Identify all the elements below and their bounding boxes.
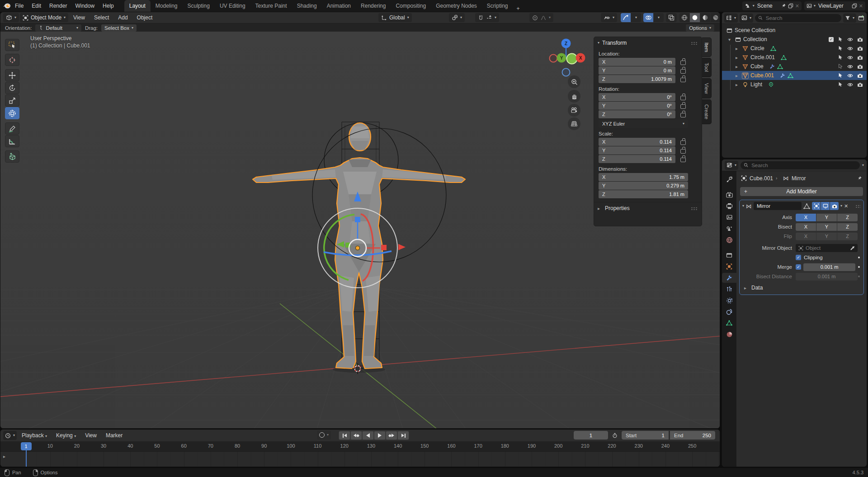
hide-render-icon[interactable] [857, 55, 863, 60]
tool-annotate[interactable] [5, 122, 19, 135]
viewlayer-name[interactable]: ViewLayer [817, 3, 850, 9]
hide-render-icon[interactable] [857, 46, 863, 51]
hide-viewport-icon[interactable] [847, 46, 853, 51]
tab-modeling[interactable]: Modeling [151, 0, 183, 12]
selectable-icon[interactable] [838, 46, 843, 51]
expand-icon[interactable]: ▸ [3, 454, 8, 459]
play-reverse-button[interactable] [363, 431, 373, 440]
tab-geometry-nodes[interactable]: Geometry Nodes [431, 0, 482, 12]
shading-solid-button[interactable] [690, 13, 700, 22]
outliner-row-collection[interactable]: ▾ Collection ✓ [722, 35, 867, 44]
tab-sculpting[interactable]: Sculpting [183, 0, 215, 12]
decorator-dot[interactable] [858, 276, 860, 277]
decorator-dot[interactable] [858, 266, 860, 268]
show-in-editmode-toggle[interactable] [812, 202, 821, 210]
pan-view-button[interactable] [568, 90, 580, 103]
expand-icon[interactable]: ▸ [736, 55, 740, 60]
axis-y-toggle[interactable]: Y [816, 214, 837, 221]
rotation-z-field[interactable]: Z0° [599, 110, 675, 118]
menu-object[interactable]: Object [133, 14, 157, 21]
lock-open-icon[interactable] [680, 104, 686, 109]
editor-type-button[interactable]: ▾ [3, 13, 19, 22]
collection-checkbox[interactable]: ✓ [829, 37, 834, 42]
tab-render-properties[interactable] [722, 190, 736, 200]
mode-selector[interactable]: Object Mode ▾ [20, 13, 68, 22]
axis-x-toggle[interactable]: X [796, 214, 816, 221]
viewlayer-selector[interactable]: ▾ ViewLayer ✕ [804, 1, 865, 10]
hide-render-icon[interactable] [857, 64, 863, 69]
remove-viewlayer-icon[interactable]: ✕ [859, 3, 863, 9]
transform-orientation-selector[interactable]: Global ▾ [378, 13, 412, 22]
selectable-icon[interactable] [838, 37, 843, 42]
camera-view-button[interactable] [568, 104, 580, 117]
collapse-icon[interactable]: ▾ [598, 41, 599, 45]
bisect-x-toggle[interactable]: X [796, 223, 816, 231]
tab-modifier-properties[interactable] [722, 273, 736, 283]
frame-end-field[interactable]: End250 [670, 431, 715, 440]
flip-z-toggle[interactable]: Z [837, 233, 858, 240]
selectable-icon[interactable] [838, 55, 843, 60]
tab-compositing[interactable]: Compositing [391, 0, 431, 12]
sidebar-tab-item[interactable]: Item [702, 37, 712, 57]
menu-help[interactable]: Help [99, 0, 118, 12]
play-button[interactable] [374, 431, 385, 440]
merge-threshold-field[interactable]: 0.001 m [803, 263, 855, 271]
drag-grip[interactable] [855, 205, 861, 208]
zoom-view-button[interactable] [568, 75, 580, 88]
eyedropper-icon[interactable] [850, 246, 855, 251]
properties-editor-type-button[interactable]: ▾ [725, 161, 738, 170]
axis-z-neg-ball[interactable] [562, 69, 570, 76]
tab-material-properties[interactable] [722, 329, 736, 339]
outliner-search[interactable] [755, 14, 841, 22]
expand-icon[interactable]: ▸ [736, 82, 740, 87]
hide-viewport-icon[interactable] [847, 64, 853, 69]
hide-render-icon[interactable] [857, 73, 863, 78]
timeline-editor-type-button[interactable]: ▾ [3, 431, 17, 440]
axis-z-toggle[interactable]: Z [837, 214, 858, 221]
tab-constraint-properties[interactable] [722, 307, 736, 317]
tool-select-box[interactable] [5, 39, 19, 51]
tool-transform[interactable] [5, 107, 19, 119]
tab-layout[interactable]: Layout [124, 0, 151, 12]
jump-to-end-button[interactable] [398, 431, 409, 440]
tab-physics-properties[interactable] [722, 295, 736, 305]
shading-rendered-button[interactable] [711, 13, 720, 22]
tab-scene-properties[interactable] [722, 224, 736, 234]
tab-object-properties[interactable] [722, 262, 736, 271]
drag-grip[interactable] [691, 207, 698, 210]
display-mode-dropdown[interactable]: ▾ [740, 14, 753, 23]
drag-grip[interactable] [691, 42, 698, 45]
hide-viewport-icon[interactable] [847, 82, 853, 87]
tab-tool-properties[interactable] [722, 174, 736, 184]
axis-y-neg-ball[interactable] [567, 54, 577, 64]
breadcrumb-object[interactable]: Cube.001 [750, 175, 773, 182]
tool-scale[interactable] [5, 94, 19, 107]
flip-y-toggle[interactable]: Y [816, 233, 837, 240]
menu-playback[interactable]: Playback ▾ [18, 432, 51, 439]
current-frame-field[interactable]: 1 [574, 431, 608, 440]
outliner-row-circle[interactable]: ▸ Circle [722, 44, 867, 53]
bisect-distance-field[interactable]: 0.001 m [796, 273, 858, 281]
scale-y-field[interactable]: Y0.114 [599, 146, 675, 154]
gizmo-handle-z-square[interactable] [355, 217, 360, 222]
tab-scripting[interactable]: Scripting [482, 0, 513, 12]
lock-open-icon[interactable] [680, 158, 686, 162]
menu-view[interactable]: View [69, 14, 89, 21]
outliner-row-cube-001[interactable]: ▸ Cube.001 [722, 71, 867, 80]
show-gizmo-toggle[interactable] [621, 13, 631, 22]
hide-viewport-icon[interactable] [847, 55, 853, 60]
collapse-icon[interactable]: ▾ [728, 37, 733, 42]
lock-open-icon[interactable] [680, 61, 686, 65]
rotation-y-field[interactable]: Y0° [599, 102, 675, 110]
tab-viewlayer-properties[interactable] [722, 212, 736, 222]
hide-render-icon[interactable] [857, 82, 863, 87]
selectable-icon[interactable] [838, 64, 843, 69]
outliner-row-cube[interactable]: ▸ Cube [722, 62, 867, 71]
menu-marker[interactable]: Marker [102, 432, 127, 439]
menu-window[interactable]: Window [71, 0, 99, 12]
orientation-setting-dropdown[interactable]: Default ▾ [35, 24, 81, 32]
tool-cursor[interactable] [5, 54, 19, 66]
unlink-scene-icon[interactable]: ✕ [795, 3, 799, 9]
outliner-search-input[interactable] [765, 15, 838, 21]
properties-search[interactable] [741, 161, 860, 169]
